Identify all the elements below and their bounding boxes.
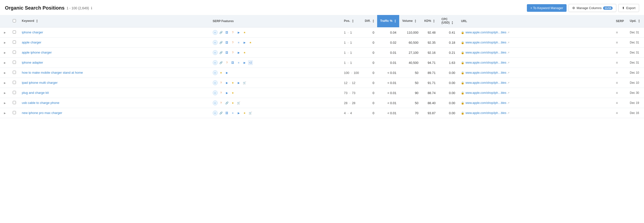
url-link[interactable]: www.apple.com/shop/iph…bles bbox=[465, 31, 506, 34]
row-checkbox[interactable] bbox=[13, 51, 16, 54]
row-checkbox[interactable] bbox=[13, 71, 16, 74]
play-icon[interactable]: ▶ bbox=[242, 60, 247, 65]
row-checkbox[interactable] bbox=[13, 61, 16, 64]
add-icon[interactable]: ＋ bbox=[213, 90, 218, 95]
info-icon[interactable]: ℹ bbox=[91, 6, 92, 10]
row-checkbox[interactable] bbox=[13, 111, 16, 114]
star-icon[interactable]: ★ bbox=[230, 100, 235, 105]
add-icon[interactable]: ＋ bbox=[213, 40, 218, 45]
play-icon[interactable]: ▶ bbox=[236, 50, 241, 55]
serp-doc-icon[interactable]: ≡ bbox=[616, 71, 618, 75]
th-kd[interactable]: KD% ▲▼ bbox=[421, 15, 438, 28]
add-icon[interactable]: ＋ bbox=[213, 60, 218, 65]
cart-icon[interactable]: 🛒 bbox=[248, 110, 253, 116]
serp-doc-icon[interactable]: ≡ bbox=[616, 31, 618, 34]
url-link[interactable]: www.apple.com/shop/iph…bles bbox=[465, 101, 506, 105]
question-icon[interactable]: ? bbox=[230, 40, 235, 45]
row-expand-button[interactable]: ▶ bbox=[3, 111, 7, 115]
image-icon[interactable]: 🖼 bbox=[224, 30, 229, 35]
row-checkbox[interactable] bbox=[13, 31, 16, 34]
row-expand-button[interactable]: ▶ bbox=[3, 31, 7, 34]
play-icon[interactable]: ▶ bbox=[224, 80, 229, 85]
link-icon[interactable]: 🔗 bbox=[218, 60, 224, 65]
url-link[interactable]: www.apple.com/shop/iph…bles bbox=[465, 41, 506, 44]
add-icon[interactable]: ＋ bbox=[213, 80, 218, 85]
keyword-link[interactable]: apple iphone charger bbox=[22, 51, 52, 54]
external-link-icon[interactable]: ↗ bbox=[507, 91, 510, 94]
star-icon[interactable]: ★ bbox=[218, 70, 224, 75]
serp-doc-icon[interactable]: ≡ bbox=[616, 81, 618, 85]
external-link-icon[interactable]: ↗ bbox=[507, 31, 510, 34]
external-link-icon[interactable]: ↗ bbox=[507, 81, 510, 84]
serp-doc-icon[interactable]: ≡ bbox=[616, 91, 618, 95]
image-icon[interactable]: 🖼 bbox=[230, 60, 235, 65]
keyword-link[interactable]: apple charger bbox=[22, 41, 42, 44]
row-expand-button[interactable]: ▶ bbox=[3, 101, 7, 105]
question-icon[interactable]: ? bbox=[218, 100, 224, 105]
add-icon[interactable]: ＋ bbox=[213, 70, 218, 75]
question-icon[interactable]: ? bbox=[224, 60, 229, 65]
serp-doc-icon[interactable]: ≡ bbox=[616, 101, 618, 105]
image-icon[interactable]: 🖼 bbox=[224, 40, 229, 45]
serp-doc-icon[interactable]: ≡ bbox=[616, 51, 618, 55]
th-volume[interactable]: Volume ▲▼ bbox=[399, 15, 421, 28]
th-traffic[interactable]: Traffic % ▲▼ bbox=[377, 15, 399, 28]
row-expand-button[interactable]: ▶ bbox=[3, 41, 7, 44]
serp-doc-icon[interactable]: ≡ bbox=[616, 61, 618, 65]
url-link[interactable]: www.apple.com/shop/iph…bles bbox=[465, 61, 506, 64]
add-icon[interactable]: ＋ bbox=[213, 30, 218, 35]
link-icon[interactable]: 🔗 bbox=[218, 30, 224, 35]
row-checkbox[interactable] bbox=[13, 91, 16, 94]
keyword-link[interactable]: new iphone pro max charger bbox=[22, 111, 62, 115]
row-checkbox[interactable] bbox=[13, 81, 16, 84]
star-icon[interactable]: ★ bbox=[230, 80, 235, 85]
star-icon[interactable]: ★ bbox=[242, 50, 247, 55]
serp-doc-icon[interactable]: ≡ bbox=[616, 41, 618, 44]
keyword-link[interactable]: how to make mobile charger stand at home bbox=[22, 71, 83, 74]
url-link[interactable]: www.apple.com/shop/iph…bles bbox=[465, 71, 506, 74]
keyword-link[interactable]: iphone charger bbox=[22, 31, 43, 34]
row-expand-button[interactable]: ▶ bbox=[3, 61, 7, 65]
keyword-link[interactable]: plug and charge kit bbox=[22, 91, 49, 94]
play-icon[interactable]: ▶ bbox=[236, 30, 241, 35]
to-keyword-manager-button[interactable]: + To Keyword Manager bbox=[527, 4, 566, 12]
question-icon[interactable]: ? bbox=[230, 50, 235, 55]
external-link-icon[interactable]: ↗ bbox=[507, 41, 510, 44]
keyword-link[interactable]: ipad iphone multi charger bbox=[22, 81, 58, 84]
question-icon[interactable]: ? bbox=[218, 80, 224, 85]
row-expand-button[interactable]: ▶ bbox=[3, 71, 7, 75]
image-icon[interactable]: 🖼 bbox=[224, 110, 229, 116]
external-link-icon[interactable]: ↗ bbox=[507, 51, 510, 54]
th-cpc[interactable]: CPC(USD) ▲▼ bbox=[438, 15, 458, 28]
th-upd[interactable]: Upd. ▲▼ bbox=[627, 15, 644, 28]
th-diff[interactable]: Diff. ▲▼ bbox=[362, 15, 378, 28]
link-icon[interactable]: 🔗 bbox=[224, 100, 229, 105]
star-icon[interactable]: ★ bbox=[248, 40, 253, 45]
question-icon[interactable]: ? bbox=[218, 90, 224, 95]
question-icon[interactable]: ? bbox=[230, 30, 235, 35]
doc-icon[interactable]: ≡ bbox=[230, 110, 235, 116]
external-link-icon[interactable]: ↗ bbox=[507, 71, 510, 74]
star-icon[interactable]: ★ bbox=[230, 90, 235, 95]
row-checkbox[interactable] bbox=[13, 41, 16, 44]
link-icon[interactable]: 🔗 bbox=[218, 40, 224, 45]
th-keyword[interactable]: Keyword ▲▼ bbox=[19, 15, 210, 28]
link-icon[interactable]: 🔗 bbox=[218, 110, 224, 116]
th-pos[interactable]: Pos. ▲▼ bbox=[341, 15, 362, 28]
external-link-icon[interactable]: ↗ bbox=[507, 112, 510, 115]
keyword-link[interactable]: iphone adapter bbox=[22, 61, 43, 64]
cart-icon[interactable]: 🛒 bbox=[242, 80, 247, 85]
serp-doc-icon[interactable]: ≡ bbox=[616, 111, 618, 115]
url-link[interactable]: www.apple.com/shop/iph…bles bbox=[465, 91, 506, 94]
add-icon[interactable]: ＋ bbox=[213, 110, 218, 116]
export-button[interactable]: ⬆ Export bbox=[618, 4, 639, 12]
external-link-icon[interactable]: ↗ bbox=[507, 101, 510, 105]
row-expand-button[interactable]: ▶ bbox=[3, 81, 7, 85]
row-checkbox[interactable] bbox=[13, 101, 16, 104]
doc-icon[interactable]: ≡ bbox=[236, 60, 241, 65]
play-icon[interactable]: ▶ bbox=[236, 80, 241, 85]
manage-columns-button[interactable]: ⚙ Manage Columns 11/15 bbox=[568, 4, 616, 12]
star-icon[interactable]: ★ bbox=[242, 110, 247, 116]
url-link[interactable]: www.apple.com/shop/iph…bles bbox=[465, 81, 506, 84]
play-icon[interactable]: ▶ bbox=[242, 40, 247, 45]
